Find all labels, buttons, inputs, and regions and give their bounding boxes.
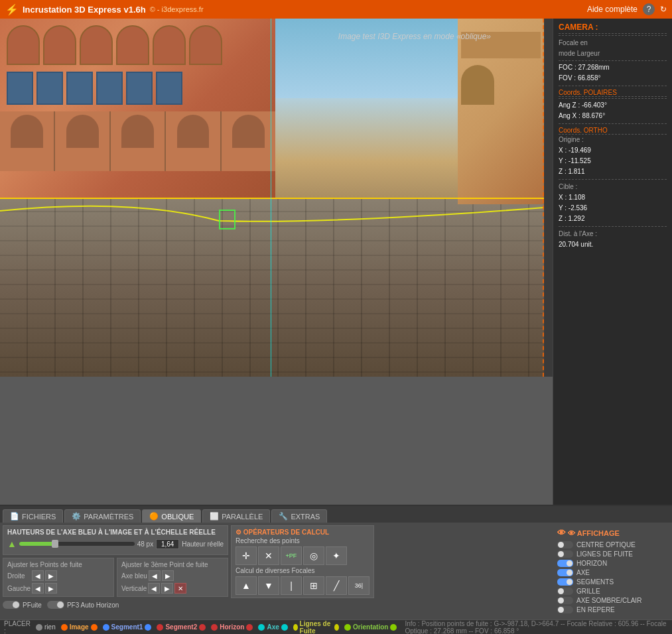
vert-left-btn[interactable]: ◀ [148,583,160,594]
divider [559,35,667,36]
arrow-up-btn[interactable]: ▲ [235,576,257,595]
cancel-btn[interactable]: ✕ [174,583,186,594]
placer-axe[interactable]: Axe [258,623,287,631]
placer-segment1[interactable]: Segment1 [103,623,152,631]
scene-image[interactable]: Image test I3D Express en mode «oblique» [0,19,544,377]
hauteur-slider[interactable] [19,542,135,546]
aff-axe: AXE [557,569,665,576]
placer-horizon[interactable]: Horizon [211,623,253,631]
ajuster-pts-label: Ajuster les Points de fuite [7,561,109,568]
arch-inner [11,115,43,148]
orient-dot [344,624,351,631]
vert-line-btn[interactable]: | [281,576,302,595]
segments-label: SEGMENTS [576,578,614,586]
seg2-dot [157,624,163,631]
fov-value: FOV : 66.858° [559,73,667,84]
pf-btn[interactable]: +PF [281,546,302,565]
left-controls: HAUTEURS DE L'AXE BLEU À L'IMAGE ET À L'… [3,525,228,617]
axebleu-label: Axe bleu [121,572,147,580]
axe-toggle[interactable] [557,569,573,576]
pfuite-label: PFuite [23,602,42,609]
tabs: 📄 FICHIERS ⚙️ PARAMÈTRES 🟠 OBLIQUE ⬜ PAR… [0,506,672,523]
arches-bottom [0,111,275,171]
gauche-right-btn[interactable]: ▶ [45,583,57,594]
seg1-dot2 [145,624,151,631]
main-area: Image test I3D Express en mode «oblique»… [0,19,672,505]
placer-image[interactable]: Image [61,623,98,631]
en-repere-toggle[interactable] [557,606,573,613]
image-dot2 [91,624,98,631]
toggle-dot [567,570,572,576]
horizon-toggle[interactable] [557,560,573,567]
tab-parametres[interactable]: ⚙️ PARAMÈTRES [64,509,141,523]
arch-col [222,111,275,171]
cible-label: Cible : [559,182,667,192]
coords-polaires-title: Coords. POLAIRES [559,89,667,97]
tab-oblique[interactable]: 🟠 OBLIQUE [142,509,201,523]
axebleu-left-btn[interactable]: ◀ [149,570,161,581]
lignes-fuite-toggle[interactable] [557,550,573,558]
grille-label: GRILLE [576,588,600,595]
orient-label: Orientation [353,623,388,631]
circle-btn[interactable]: ◎ [303,546,324,565]
aff-horizon: HORIZON [557,560,665,567]
tab-extras[interactable]: 🔧 EXTRAS [271,509,327,523]
oblique-label: OBLIQUE [161,513,194,521]
hauteur-input[interactable] [156,539,179,549]
coords-ortho-title: Coords. ORTHO [559,127,667,135]
help-label[interactable]: Aide complète [587,5,638,14]
dist-label: Dist. à l'Axe : [559,229,667,239]
vertical-line [271,19,271,377]
arrow-down-btn[interactable]: ▼ [258,576,279,595]
num36-btn[interactable]: 36| [348,576,370,595]
placer-lignes[interactable]: Lignes de Fuite [293,620,339,635]
ajuster-row: Ajuster les Points de fuite Droite ◀ ▶ G… [3,558,228,597]
tab-fichiers[interactable]: 📄 FICHIERS [3,509,63,523]
axe-label: AXE [576,569,590,576]
segments-toggle[interactable] [557,578,573,586]
ortho-x2: X : 1.108 [559,192,667,203]
vert-right-btn[interactable]: ▶ [161,583,173,594]
arch [7,25,40,65]
eye-icon: 👁 [557,528,566,538]
rien-dot [36,624,42,631]
window [66,72,93,105]
highlight-rect [219,210,235,229]
axebleu-right-btn[interactable]: ▶ [162,570,174,581]
star-btn[interactable]: ✦ [326,546,347,565]
cross-btn[interactable]: ✕ [258,546,279,565]
pfuite-switch[interactable] [3,601,20,609]
seg2-dot2 [199,624,206,631]
placer-segment2[interactable]: Segment2 [157,623,206,631]
diag-btn[interactable]: ╱ [326,576,347,595]
building-right [458,19,544,204]
app-title: Incrustation 3D Express v1.6h [23,5,146,15]
h-line-btn[interactable]: ⊞ [303,576,324,595]
arch [80,25,113,65]
right-panel: CAMERA : Focale en mode Largeur FOC : 27… [553,19,672,505]
window [96,72,123,105]
status-info: Info : Position points de fuite : G->-98… [405,620,668,635]
pf3auto-switch[interactable] [47,601,64,609]
arch-col [0,111,55,171]
centre-optique-toggle[interactable] [557,541,573,548]
axe-sombre-toggle[interactable] [557,597,573,604]
droite-left-btn[interactable]: ◀ [32,570,44,581]
affichage-panel: 👁 👁 AFFICHAGE CENTRE OPTIQUE LIGNES DE F… [553,525,669,617]
parallele-label: PARALLÈLE [222,513,263,521]
fichiers-icon: 📄 [10,512,19,521]
help-icon[interactable]: ? [643,3,655,15]
tab-parallele[interactable]: ⬜ PARALLÈLE [202,509,270,523]
droite-right-btn[interactable]: ▶ [45,570,57,581]
target-btn[interactable]: ✛ [235,546,257,565]
gauche-left-btn[interactable]: ◀ [32,583,44,594]
camera-title: CAMERA : [559,23,667,34]
ajuster-pts-section: Ajuster les Points de fuite Droite ◀ ▶ G… [3,558,114,597]
px-value: 48 px [137,540,153,548]
refresh-icon[interactable]: ↻ [660,5,667,14]
grille-toggle[interactable] [557,588,573,595]
pf3auto-toggle: PF3 Auto Horizon [47,601,119,609]
placer-orientation[interactable]: Orientation [344,623,397,631]
ajuster-3eme-section: Ajuster le 3ème Point de fuite Axe bleu … [117,558,228,597]
extras-label: EXTRAS [291,513,320,521]
